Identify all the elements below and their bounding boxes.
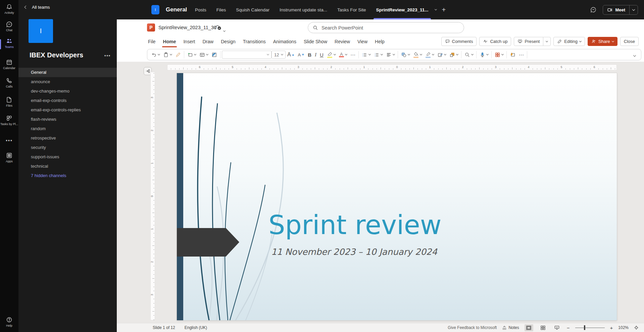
pop-out-chat-icon[interactable] [590,6,597,13]
slide-indicator[interactable]: Slide 1 of 12 [153,325,175,330]
powerpoint-logo-icon[interactable]: P [147,23,155,32]
undo-button[interactable] [149,50,161,59]
rail-item-files[interactable]: Files [0,96,18,107]
ribbon-tab-slide-show[interactable]: Slide Show [300,36,331,48]
tab-squish-calendar[interactable]: Squish Calendar [231,0,275,19]
designer-button[interactable] [493,50,505,59]
italic-button[interactable]: I [313,50,318,59]
all-teams-back-button[interactable]: All teams [25,5,50,10]
tab-posts[interactable]: Posts [190,0,211,19]
slide-1[interactable]: Sprint review 11 November 2023 – 10 Janu… [177,73,617,320]
document-title[interactable]: SprintReview_2023_11_30 [158,19,216,36]
ribbon-tab-review[interactable]: Review [331,36,354,48]
quick-slideshow-button[interactable] [508,50,517,59]
collapse-ribbon-chevron[interactable] [630,52,639,58]
dictate-button[interactable] [478,50,490,59]
shapes-button[interactable] [399,50,411,59]
tab-tasks-for-site[interactable]: Tasks For Site [332,0,371,19]
highlight-color-button[interactable] [325,50,337,59]
team-logo[interactable]: I [29,19,53,43]
align-text-button[interactable] [384,50,396,59]
rail-item-tasks[interactable]: Tasks by Pl... [0,115,18,126]
comments-button[interactable]: Comments [441,37,477,46]
ribbon-tab-home[interactable]: Home [159,36,180,48]
more-font-options-button[interactable]: ⋯ [349,50,357,59]
rail-item-teams[interactable]: Teams [0,38,18,49]
format-shape-button[interactable] [436,50,448,59]
more-commands-button[interactable]: ⋯ [517,50,526,59]
zoom-slider[interactable] [575,325,605,330]
hidden-channels-link[interactable]: 7 hidden channels [18,171,117,180]
share-button[interactable]: Share [588,37,617,46]
channel-item-announce[interactable]: announce [18,77,117,87]
tab-sprintreview-2023-11-[interactable]: SprintReview_2023_11... [371,0,433,19]
underline-button[interactable]: U [318,50,325,59]
channel-item-technical[interactable]: technical [18,162,117,171]
shape-fill-button[interactable] [411,50,424,59]
bullet-list-button[interactable] [360,50,372,59]
ribbon-tab-help[interactable]: Help [371,36,388,48]
ribbon-tab-design[interactable]: Design [217,36,239,48]
normal-view-button[interactable] [525,324,533,331]
ribbon-tab-transitions[interactable]: Transitions [239,36,269,48]
notes-toggle[interactable]: Notes [502,325,519,330]
reset-design-button[interactable] [210,50,219,59]
slide-title[interactable]: Sprint review [268,210,442,240]
slide-sorter-view-button[interactable] [539,324,547,331]
tab-files[interactable]: Files [211,0,231,19]
zoom-out-button[interactable]: − [567,325,570,330]
zoom-slider-handle[interactable] [584,325,585,330]
rail-more-apps-icon[interactable]: ••• [0,138,18,143]
catch-up-button[interactable]: Catch up [479,37,511,46]
close-button[interactable]: Close [620,37,639,46]
zoom-level[interactable]: 102% [618,325,629,330]
font-name-combobox[interactable] [222,51,271,59]
present-dropdown-chevron[interactable] [543,37,550,46]
channel-item-General[interactable]: General [18,68,117,77]
find-button[interactable] [463,50,475,59]
numbered-list-button[interactable]: 123 [372,50,384,59]
feedback-link[interactable]: Give Feedback to Microsoft [448,325,497,330]
channel-badge[interactable]: I [151,5,159,14]
zoom-in-button[interactable]: + [610,325,613,330]
channel-item-security[interactable]: security [18,143,117,152]
meet-button[interactable]: Meet [603,5,638,15]
channel-item-email-exp-controls[interactable]: email-exp-controls [18,96,117,105]
channel-item-email-exp-controls-replies[interactable]: email-exp-controls-replies [18,105,117,115]
rail-item-chat[interactable]: Chat [0,21,18,32]
new-slide-button[interactable] [186,50,198,59]
team-options-icon[interactable]: ••• [104,53,111,58]
saved-to-cloud-icon[interactable] [214,25,222,30]
paste-button[interactable] [161,50,174,59]
fit-to-window-button[interactable] [634,325,639,330]
active-tab-chevron[interactable] [434,0,438,19]
document-title-chevron[interactable] [224,27,225,33]
rail-item-help[interactable]: Help [0,316,18,327]
format-painter-button[interactable] [174,50,183,59]
slideshow-view-button[interactable] [553,324,561,331]
ribbon-tab-file[interactable]: File [144,36,159,48]
search-box[interactable] [308,22,464,33]
horizontal-ruler[interactable]: 6543210123456 [167,64,617,70]
slide-layout-button[interactable] [198,50,210,59]
shape-outline-button[interactable] [424,50,436,59]
ribbon-tab-draw[interactable]: Draw [199,36,217,48]
arrange-button[interactable] [448,50,460,59]
rail-item-apps[interactable]: Apps [0,152,18,163]
channel-item-random[interactable]: random [18,124,117,133]
editing-mode-button[interactable]: Editing [553,37,585,46]
ribbon-tab-animations[interactable]: Animations [269,36,300,48]
search-input[interactable] [321,25,459,31]
ribbon-tab-view[interactable]: View [354,36,371,48]
channel-item-support-issues[interactable]: support-issues [18,152,117,162]
font-size-combobox[interactable]: 12 [271,51,286,59]
tab-instrument-update-sta-[interactable]: Instrument update sta... [275,0,332,19]
channel-item-dev-changes-memo[interactable]: dev-changes-memo [18,87,117,96]
vertical-ruler[interactable]: 3210123 [150,72,155,320]
meet-dropdown-chevron[interactable] [630,5,638,14]
rail-item-calls[interactable]: Calls [0,77,18,88]
rail-item-calendar[interactable]: Calendar [0,59,18,70]
ribbon-tab-insert[interactable]: Insert [180,36,199,48]
meet-button-main[interactable]: Meet [603,5,629,14]
slide-subtitle[interactable]: 11 November 2023 – 10 January 2024 [271,247,437,257]
